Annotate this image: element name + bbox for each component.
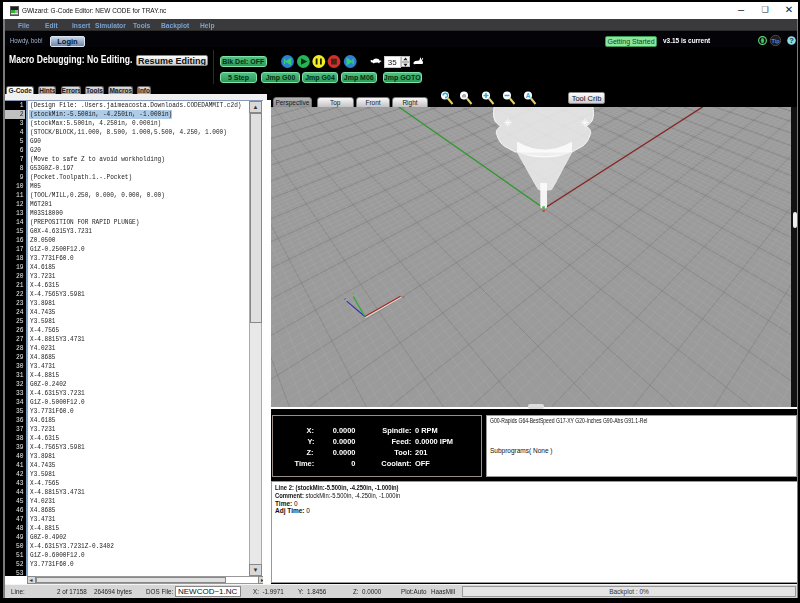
svg-text:Tip: Tip — [771, 38, 780, 44]
svg-text:y: y — [352, 291, 354, 295]
svg-text:z: z — [344, 297, 346, 301]
svg-text:x: x — [403, 295, 405, 299]
svg-text:A: A — [525, 92, 530, 99]
svg-text:?: ? — [789, 36, 794, 45]
